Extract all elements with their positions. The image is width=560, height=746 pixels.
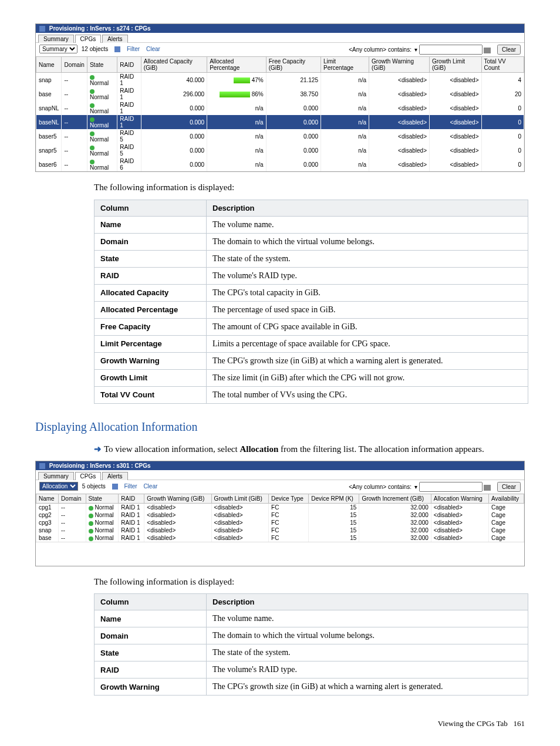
desc-row: StateThe state of the system.	[95, 250, 528, 267]
cpgs-summary-panel: Provisioning : InServs : s274 : CPGs Sum…	[35, 23, 525, 172]
table-row[interactable]: base--NormalRAID 1296.000 86%38.750n/a<d…	[36, 87, 524, 101]
tab-summary[interactable]: Summary	[38, 35, 74, 43]
anycol-label-2: <Any column> contains:	[349, 484, 411, 490]
table-row[interactable]: baseNL--NormalRAID 10.000n/a0.000n/a<dis…	[36, 115, 524, 129]
grid-header[interactable]: Device RPM (K)	[309, 494, 359, 504]
table-row[interactable]: snap--NormalRAID 1<disabled><disabled>FC…	[36, 526, 524, 534]
toolbar-2: Allocation 5 objects Filter Clear <Any c…	[36, 480, 524, 494]
desc-row: Total VV CountThe total number of VVs us…	[95, 386, 528, 403]
grid-header[interactable]: Domain	[62, 57, 87, 73]
grid-header[interactable]: Growth Warning (GiB)	[369, 57, 430, 73]
table-row[interactable]: baser5--NormalRAID 50.000n/a0.000n/a<dis…	[36, 129, 524, 143]
desc-row: NameThe volume name.	[95, 610, 528, 627]
tab-summary-2[interactable]: Summary	[38, 472, 74, 480]
grid-header[interactable]: RAID	[119, 494, 144, 504]
desc-row: Allocated PercentageThe percentage of us…	[95, 301, 528, 318]
summary-grid: NameDomainStateRAIDAllocated Capacity (G…	[36, 56, 524, 171]
table-row[interactable]: cpg3--NormalRAID 1<disabled><disabled>FC…	[36, 519, 524, 526]
panel-title-2-text: Provisioning : InServs : s301 : CPGs	[49, 463, 151, 469]
grid-header[interactable]: Domain	[59, 494, 86, 504]
grid-header[interactable]: Growth Limit (GiB)	[211, 494, 268, 504]
intro-text-1: The following information is displayed:	[94, 181, 525, 193]
table-row[interactable]: baser6--NormalRAID 60.000n/a0.000n/a<dis…	[36, 157, 524, 171]
clear-link[interactable]: Clear	[146, 46, 160, 52]
desc-row: Growth WarningThe CPG's growth size (in …	[95, 679, 528, 696]
panel-tabs-2: Summary CPGs Alerts	[36, 470, 524, 480]
grid-header[interactable]: Growth Limit (GiB)	[430, 57, 482, 73]
allocation-intro: ➜To view allocation information, select …	[94, 443, 525, 455]
tab-alerts-2[interactable]: Alerts	[102, 472, 128, 480]
grid-header[interactable]: Name	[36, 494, 59, 504]
panel-title-2: Provisioning : InServs : s301 : CPGs	[36, 461, 524, 470]
toolbar: Summary 12 objects Filter Clear <Any col…	[36, 42, 524, 56]
grid-header[interactable]: Device Type	[269, 494, 309, 504]
object-count: 12 objects	[82, 46, 109, 52]
grid-header[interactable]: State	[86, 494, 119, 504]
grid-header[interactable]: Growth Increment (GiB)	[359, 494, 431, 504]
window-icon	[39, 26, 45, 32]
panel-tabs: Summary CPGs Alerts	[36, 33, 524, 42]
table-row[interactable]: snapNL--NormalRAID 10.000n/a0.000n/a<dis…	[36, 101, 524, 115]
desc-head-desc: Description	[207, 200, 528, 216]
dropdown-icon[interactable]: ▾	[414, 46, 417, 53]
tab-cpgs[interactable]: CPGs	[75, 35, 102, 43]
desc-row: Allocated CapacityThe CPG's total capaci…	[95, 284, 528, 301]
tab-cpgs-2[interactable]: CPGs	[75, 472, 102, 480]
table-row[interactable]: snap--NormalRAID 140.000 47%21.125n/a<di…	[36, 73, 524, 87]
desc-row: DomainThe domain to which the virtual vo…	[95, 233, 528, 250]
window-icon	[39, 463, 45, 469]
grid-header[interactable]: Free Capacity (GiB)	[266, 57, 321, 73]
section-heading: Displaying Allocation Information	[35, 420, 525, 434]
desc-row: Growth WarningThe CPG's growth size (in …	[95, 352, 528, 369]
grid-header[interactable]: Growth Warning (GiB)	[144, 494, 211, 504]
clear-button[interactable]: Clear	[497, 45, 521, 55]
desc-row: StateThe state of the system.	[95, 644, 528, 661]
grid-header[interactable]: Availability	[489, 494, 524, 504]
table-row[interactable]: cpg1--NormalRAID 1<disabled><disabled>FC…	[36, 504, 524, 512]
object-count-2: 5 objects	[82, 483, 106, 490]
cpgs-allocation-panel: Provisioning : InServs : s301 : CPGs Sum…	[35, 461, 525, 566]
filter-icon[interactable]	[114, 46, 120, 52]
intro-text-2: The following information is displayed:	[94, 576, 525, 588]
filter-dropdown[interactable]: Summary	[39, 45, 77, 53]
arrow-icon: ➜	[94, 444, 102, 454]
table-row[interactable]: base--NormalRAID 1<disabled><disabled>FC…	[36, 534, 524, 542]
desc-head-col: Column	[95, 200, 207, 216]
printer-icon[interactable]	[484, 48, 491, 53]
filter-dropdown-2[interactable]: Allocation	[39, 482, 78, 491]
grid-header[interactable]: RAID	[117, 57, 141, 73]
desc-row: Growth LimitThe size limit (in GiB) afte…	[95, 369, 528, 386]
desc2-head-col: Column	[95, 594, 207, 610]
grid-header[interactable]: Limit Percentage	[321, 57, 369, 73]
clear-button-2[interactable]: Clear	[497, 482, 521, 492]
filter-link-2[interactable]: Filter	[124, 483, 137, 490]
grid-header[interactable]: Name	[36, 57, 62, 73]
tab-alerts[interactable]: Alerts	[102, 35, 128, 43]
grid-header[interactable]: Allocated Percentage	[207, 57, 266, 73]
filter-link[interactable]: Filter	[127, 46, 140, 52]
search-input-2[interactable]	[419, 482, 483, 492]
dropdown-icon-2[interactable]: ▾	[414, 484, 417, 490]
table-row[interactable]: snapr5--NormalRAID 50.000n/a0.000n/a<dis…	[36, 143, 524, 157]
printer-icon-2[interactable]	[484, 485, 491, 491]
allocation-desc-table: Column Description NameThe volume name.D…	[94, 593, 528, 696]
panel-title: Provisioning : InServs : s274 : CPGs	[36, 24, 524, 33]
desc-row: Free CapacityThe amount of CPG space ava…	[95, 318, 528, 335]
anycol-label: <Any column> contains:	[349, 46, 411, 53]
panel-title-text: Provisioning : InServs : s274 : CPGs	[49, 25, 151, 32]
desc2-head-desc: Description	[207, 594, 528, 610]
desc-row: NameThe volume name.	[95, 216, 528, 233]
desc-row: RAIDThe volume's RAID type.	[95, 661, 528, 679]
desc-row: DomainThe domain to which the virtual vo…	[95, 627, 528, 644]
grid-header[interactable]: Allocation Warning	[431, 494, 488, 504]
page-footer: Viewing the CPGs Tab 161	[35, 719, 525, 728]
grid-header[interactable]: Allocated Capacity (GiB)	[141, 57, 207, 73]
grid-header[interactable]: Total VV Count	[481, 57, 524, 73]
filter-icon-2[interactable]	[112, 484, 118, 490]
table-row[interactable]: cpg2--NormalRAID 1<disabled><disabled>FC…	[36, 511, 524, 519]
allocation-grid: NameDomainStateRAIDGrowth Warning (GiB)G…	[36, 494, 524, 542]
desc-row: Limit PercentageLimits a percentage of s…	[95, 335, 528, 352]
search-input[interactable]	[419, 45, 483, 55]
clear-link-2[interactable]: Clear	[143, 483, 157, 490]
grid-header[interactable]: State	[87, 57, 117, 73]
